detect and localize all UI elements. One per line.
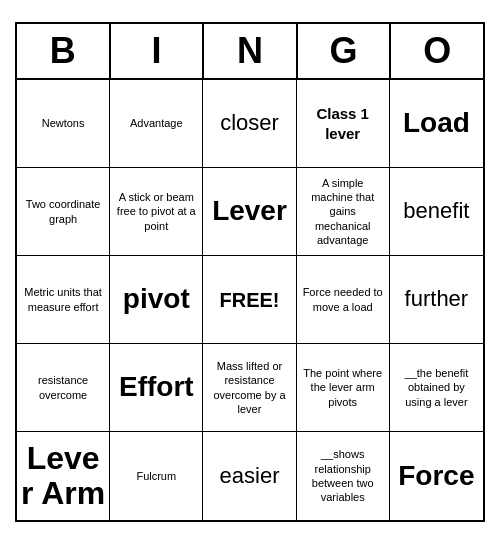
bingo-cell-18[interactable]: The point where the lever arm pivots: [297, 344, 390, 432]
bingo-cell-13[interactable]: Force needed to move a load: [297, 256, 390, 344]
cell-text-6: A stick or beam free to pivot at a point: [114, 190, 198, 233]
cell-text-9: benefit: [403, 197, 469, 226]
bingo-cell-15[interactable]: resistance overcome: [17, 344, 110, 432]
cell-text-0: Newtons: [42, 116, 85, 130]
bingo-cell-9[interactable]: benefit: [390, 168, 483, 256]
header-letter-n: N: [204, 24, 298, 78]
bingo-cell-16[interactable]: Effort: [110, 344, 203, 432]
bingo-cell-6[interactable]: A stick or beam free to pivot at a point: [110, 168, 203, 256]
bingo-card: BINGO NewtonsAdvantagecloserClass 1 leve…: [15, 22, 485, 522]
bingo-cell-12[interactable]: FREE!: [203, 256, 296, 344]
header-letter-o: O: [391, 24, 483, 78]
bingo-cell-3[interactable]: Class 1 lever: [297, 80, 390, 168]
header-letter-i: I: [111, 24, 205, 78]
cell-text-23: __shows relationship between two variabl…: [301, 447, 385, 504]
cell-text-8: A simple machine that gains mechanical a…: [301, 176, 385, 247]
cell-text-5: Two coordinate graph: [21, 197, 105, 226]
bingo-cell-23[interactable]: __shows relationship between two variabl…: [297, 432, 390, 520]
cell-text-13: Force needed to move a load: [301, 285, 385, 314]
bingo-grid: NewtonsAdvantagecloserClass 1 leverLoadT…: [17, 80, 483, 520]
bingo-cell-8[interactable]: A simple machine that gains mechanical a…: [297, 168, 390, 256]
bingo-cell-19[interactable]: __the benefit obtained by using a lever: [390, 344, 483, 432]
bingo-cell-1[interactable]: Advantage: [110, 80, 203, 168]
cell-text-17: Mass lifted or resistance overcome by a …: [207, 359, 291, 416]
cell-text-2: closer: [220, 109, 279, 138]
bingo-cell-11[interactable]: pivot: [110, 256, 203, 344]
bingo-cell-24[interactable]: Force: [390, 432, 483, 520]
cell-text-7: Lever: [212, 193, 287, 229]
cell-text-20: Lever Arm: [21, 441, 105, 511]
cell-text-18: The point where the lever arm pivots: [301, 366, 385, 409]
bingo-header: BINGO: [17, 24, 483, 80]
cell-text-11: pivot: [123, 281, 190, 317]
cell-text-3: Class 1 lever: [301, 104, 385, 143]
bingo-cell-7[interactable]: Lever: [203, 168, 296, 256]
cell-text-19: __the benefit obtained by using a lever: [394, 366, 479, 409]
bingo-cell-0[interactable]: Newtons: [17, 80, 110, 168]
bingo-cell-20[interactable]: Lever Arm: [17, 432, 110, 520]
cell-text-21: Fulcrum: [136, 469, 176, 483]
bingo-cell-10[interactable]: Metric units that measure effort: [17, 256, 110, 344]
cell-text-15: resistance overcome: [21, 373, 105, 402]
cell-text-10: Metric units that measure effort: [21, 285, 105, 314]
cell-text-12: FREE!: [219, 287, 279, 313]
bingo-cell-22[interactable]: easier: [203, 432, 296, 520]
bingo-cell-5[interactable]: Two coordinate graph: [17, 168, 110, 256]
bingo-cell-14[interactable]: further: [390, 256, 483, 344]
cell-text-14: further: [405, 285, 469, 314]
bingo-cell-2[interactable]: closer: [203, 80, 296, 168]
cell-text-1: Advantage: [130, 116, 183, 130]
bingo-cell-21[interactable]: Fulcrum: [110, 432, 203, 520]
cell-text-24: Force: [398, 458, 474, 494]
bingo-cell-4[interactable]: Load: [390, 80, 483, 168]
cell-text-22: easier: [220, 462, 280, 491]
bingo-cell-17[interactable]: Mass lifted or resistance overcome by a …: [203, 344, 296, 432]
cell-text-4: Load: [403, 105, 470, 141]
header-letter-g: G: [298, 24, 392, 78]
header-letter-b: B: [17, 24, 111, 78]
cell-text-16: Effort: [119, 369, 194, 405]
